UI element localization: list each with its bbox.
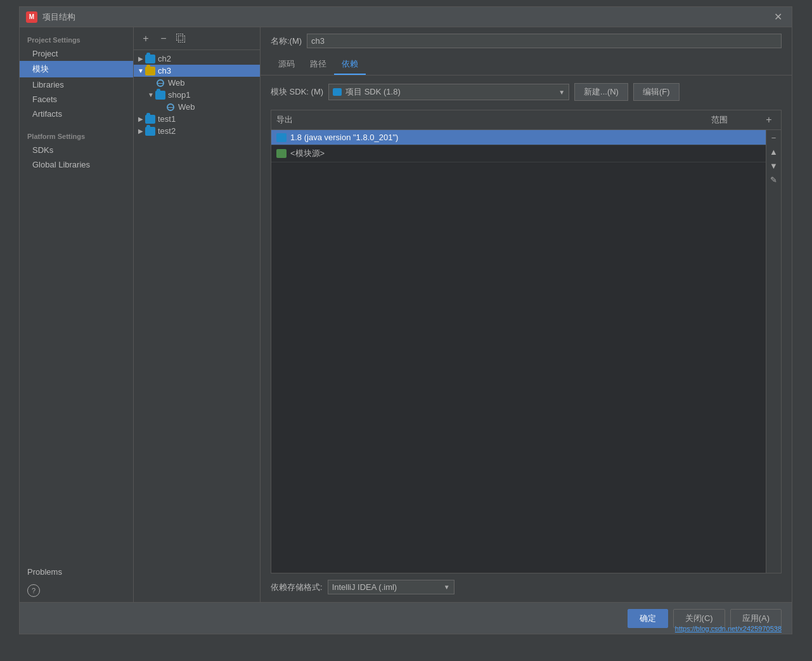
close-icon[interactable]: ✕ bbox=[770, 10, 785, 25]
web-icon-2 bbox=[165, 103, 176, 112]
tree-toolbar: + − ⿻ bbox=[134, 27, 260, 50]
tree-arrow-ch2: ▶ bbox=[136, 55, 145, 62]
name-row: 名称:(M) bbox=[271, 34, 782, 48]
tab-deps[interactable]: 依赖 bbox=[334, 55, 366, 75]
export-add-button[interactable]: + bbox=[762, 113, 776, 127]
platform-settings-label: Platform Settings bbox=[20, 129, 133, 143]
footer-url[interactable]: https://blog.csdn.net/x2425970538 bbox=[675, 625, 782, 632]
content-header: 名称:(M) 源码 路径 依赖 bbox=[261, 27, 792, 75]
module-name-input[interactable] bbox=[307, 34, 782, 48]
export-row-module-src[interactable]: <模块源> bbox=[271, 145, 766, 162]
module-src-icon bbox=[276, 149, 287, 158]
sidebar-item-facets[interactable]: Facets bbox=[20, 92, 133, 107]
sdk-row: 模块 SDK: (M) 项目 SDK (1.8) ▼ 新建...(N) 编辑(F… bbox=[271, 83, 782, 101]
export-up-button[interactable]: ▲ bbox=[768, 145, 780, 158]
export-row-jdk[interactable]: 1.8 (java version "1.8.0_201") bbox=[271, 130, 766, 145]
export-and-side: 1.8 (java version "1.8.0_201") <模块源> − ▲ bbox=[271, 129, 782, 573]
copy-module-button[interactable]: ⿻ bbox=[174, 32, 188, 46]
folder-icon-shop1 bbox=[155, 91, 165, 100]
tree-node-ch3[interactable]: ▼ ch3 bbox=[134, 65, 260, 77]
sidebar-item-problems[interactable]: Problems bbox=[20, 565, 133, 579]
tab-path[interactable]: 路径 bbox=[302, 55, 334, 75]
project-settings-label: Project Settings bbox=[20, 32, 133, 46]
sidebar-item-global-libraries[interactable]: Global Libraries bbox=[20, 157, 133, 172]
sidebar-item-libraries[interactable]: Libraries bbox=[20, 77, 133, 92]
add-module-button[interactable]: + bbox=[139, 32, 153, 46]
sidebar-item-project[interactable]: Project bbox=[20, 46, 133, 61]
sdk-icon bbox=[333, 88, 342, 96]
export-col-scope: 范围 bbox=[711, 114, 762, 126]
tree-node-shop1[interactable]: ▼ shop1 bbox=[134, 89, 260, 101]
sidebar-item-artifacts[interactable]: Artifacts bbox=[20, 107, 133, 121]
sdk-edit-button[interactable]: 编辑(F) bbox=[633, 83, 680, 101]
sdk-dropdown[interactable]: 项目 SDK (1.8) ▼ bbox=[328, 84, 569, 100]
module-tree[interactable]: ▶ ch2 ▼ ch3 ▶ Web bbox=[134, 50, 260, 602]
tree-arrow-ch3: ▼ bbox=[136, 67, 145, 74]
tree-node-test2[interactable]: ▶ test2 bbox=[134, 125, 260, 137]
export-edit-button[interactable]: ✎ bbox=[768, 173, 780, 186]
remove-module-button[interactable]: − bbox=[157, 32, 171, 46]
sidebar: Project Settings Project 模块 Libraries Fa… bbox=[20, 27, 134, 602]
confirm-button[interactable]: 确定 bbox=[628, 609, 668, 628]
export-remove-button[interactable]: − bbox=[768, 131, 780, 144]
export-table-body[interactable]: 1.8 (java version "1.8.0_201") <模块源> bbox=[271, 129, 766, 573]
sdk-dropdown-arrow-icon: ▼ bbox=[558, 89, 565, 96]
module-src-label: <模块源> bbox=[290, 148, 761, 159]
folder-icon-test1 bbox=[145, 115, 155, 124]
jdk-row-label: 1.8 (java version "1.8.0_201") bbox=[290, 133, 761, 142]
module-tree-panel: + − ⿻ ▶ ch2 ▼ ch3 bbox=[134, 27, 261, 602]
tree-arrow-shop1: ▼ bbox=[146, 91, 155, 98]
help-icon[interactable]: ? bbox=[27, 584, 40, 597]
dialog-footer: 确定 关闭(C) 应用(A) https://blog.csdn.net/x24… bbox=[20, 602, 792, 634]
sdk-new-button[interactable]: 新建...(N) bbox=[574, 83, 628, 101]
project-structure-dialog: M 项目结构 ✕ Project Settings Project 模块 Lib… bbox=[19, 6, 792, 634]
export-col-name: 导出 bbox=[276, 114, 711, 126]
export-sidebar-buttons: − ▲ ▼ ✎ bbox=[766, 129, 782, 573]
tree-arrow-test1: ▶ bbox=[136, 115, 145, 122]
storage-label: 依赖存储格式: bbox=[271, 582, 323, 593]
sidebar-item-sdks[interactable]: SDKs bbox=[20, 143, 133, 157]
web-icon-1 bbox=[155, 79, 165, 88]
tab-source[interactable]: 源码 bbox=[271, 55, 302, 75]
title-bar: M 项目结构 ✕ bbox=[20, 7, 792, 27]
storage-dropdown[interactable]: IntelliJ IDEA (.iml) ▼ bbox=[328, 580, 454, 594]
export-section: 导出 范围 + 1.8 (java version "1.8.0_201") bbox=[271, 110, 782, 573]
dialog-title: 项目结构 bbox=[42, 11, 75, 23]
tab-bar: 源码 路径 依赖 bbox=[271, 55, 782, 75]
app-icon: M bbox=[26, 11, 37, 23]
sdk-label: 模块 SDK: (M) bbox=[271, 86, 323, 98]
sidebar-item-modules[interactable]: 模块 bbox=[20, 61, 133, 77]
storage-format-row: 依赖存储格式: IntelliJ IDEA (.iml) ▼ bbox=[271, 573, 782, 594]
tree-node-test1[interactable]: ▶ test1 bbox=[134, 113, 260, 125]
export-table-header: 导出 范围 + bbox=[271, 110, 782, 129]
folder-icon-ch3 bbox=[145, 67, 155, 75]
export-down-button[interactable]: ▼ bbox=[768, 159, 780, 172]
tree-node-web1[interactable]: ▶ Web bbox=[134, 77, 260, 89]
folder-icon-ch2 bbox=[145, 55, 155, 63]
content-body: 模块 SDK: (M) 项目 SDK (1.8) ▼ 新建...(N) 编辑(F… bbox=[261, 75, 792, 602]
tree-node-ch2[interactable]: ▶ ch2 bbox=[134, 53, 260, 65]
name-label: 名称:(M) bbox=[271, 36, 302, 47]
storage-dropdown-arrow-icon: ▼ bbox=[444, 584, 450, 591]
dialog-body: Project Settings Project 模块 Libraries Fa… bbox=[20, 27, 792, 602]
tree-arrow-test2: ▶ bbox=[136, 128, 145, 134]
tree-node-web2[interactable]: ▶ Web bbox=[134, 101, 260, 113]
jdk-icon bbox=[276, 133, 287, 142]
title-bar-left: M 项目结构 bbox=[26, 11, 75, 23]
folder-icon-test2 bbox=[145, 127, 155, 136]
content-panel: 名称:(M) 源码 路径 依赖 模 bbox=[261, 27, 792, 602]
